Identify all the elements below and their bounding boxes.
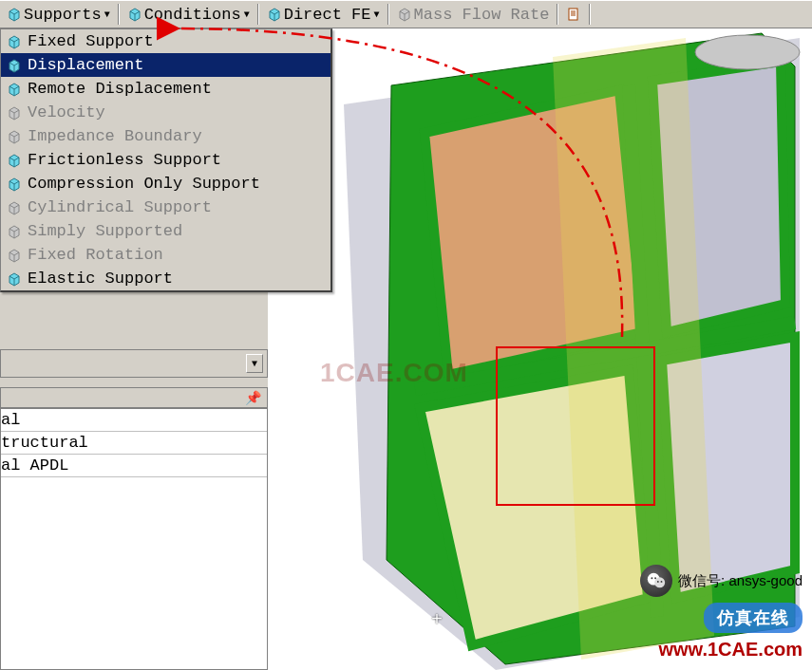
conditions-menu-button[interactable]: Conditions ▼ xyxy=(123,4,255,26)
menu-item-label: Fixed Support xyxy=(28,32,154,50)
site-url: www.1CAE.com xyxy=(658,639,803,661)
menu-item-label: Velocity xyxy=(28,103,105,121)
menu-item-label: Impedance Boundary xyxy=(28,127,202,145)
wechat-icon xyxy=(640,565,672,597)
supports-menu-button[interactable]: Supports ▼ xyxy=(2,4,115,26)
menu-item-label: Displacement xyxy=(28,56,143,74)
cube-icon xyxy=(7,224,22,239)
mass-flow-label: Mass Flow Rate xyxy=(414,6,550,24)
toolbar-separator xyxy=(589,4,591,25)
direct-fe-menu-button[interactable]: Direct FE ▼ xyxy=(262,4,385,26)
menu-item-cylindrical-support: Cylindrical Support xyxy=(1,195,330,219)
toolbar-separator xyxy=(557,4,558,25)
details-row[interactable]: al xyxy=(1,409,267,432)
menu-item-label: Cylindrical Support xyxy=(28,198,212,216)
svg-point-49 xyxy=(661,581,663,583)
toolbar-separator xyxy=(257,4,259,25)
menu-item-fixed-rotation: Fixed Rotation xyxy=(1,243,330,267)
menu-item-fixed-support[interactable]: Fixed Support xyxy=(1,29,330,53)
commands-button[interactable] xyxy=(561,5,586,24)
cube-icon xyxy=(397,7,412,22)
menu-item-displacement[interactable]: Displacement xyxy=(1,53,330,77)
cube-icon xyxy=(7,271,22,287)
pin-icon[interactable]: 📌 xyxy=(245,390,261,406)
svg-point-48 xyxy=(657,581,659,583)
cube-icon xyxy=(7,248,22,263)
details-row[interactable]: tructural xyxy=(1,432,267,455)
menu-item-label: Frictionless Support xyxy=(28,151,221,169)
combo-dropdown-button[interactable]: ▼ xyxy=(246,354,263,373)
document-icon xyxy=(566,7,581,22)
toolbar: Supports ▼ Conditions ▼ Direct FE ▼ Mass… xyxy=(0,0,812,28)
watermark-text: 1CAE.COM xyxy=(320,358,468,388)
details-row-text: al xyxy=(1,411,20,429)
toolbar-separator xyxy=(118,4,120,25)
cube-icon xyxy=(267,7,282,22)
cube-icon xyxy=(7,129,22,144)
attribution-badge: 微信号: ansys-good 仿真在线 www.1CAE.com xyxy=(640,565,803,661)
menu-item-simply-supported: Simply Supported xyxy=(1,219,330,243)
cube-icon xyxy=(7,7,22,22)
details-row-text: al APDL xyxy=(1,456,68,475)
menu-item-frictionless-support[interactable]: Frictionless Support xyxy=(1,148,330,172)
chevron-down-icon: ▼ xyxy=(244,9,250,20)
svg-point-46 xyxy=(651,577,653,579)
details-row-text: tructural xyxy=(1,434,88,452)
cube-icon xyxy=(7,34,22,49)
cursor-crosshair-icon: + xyxy=(431,609,443,631)
menu-item-impedance-boundary: Impedance Boundary xyxy=(1,124,330,148)
chevron-down-icon: ▼ xyxy=(374,9,380,20)
supports-label: Supports xyxy=(24,6,102,24)
toolbar-separator xyxy=(387,4,389,25)
cube-icon xyxy=(7,153,22,168)
menu-item-compression-only-support[interactable]: Compression Only Support xyxy=(1,172,330,195)
cube-icon xyxy=(7,105,22,121)
cube-icon xyxy=(127,7,142,22)
details-panel[interactable]: altructuralal APDL xyxy=(0,408,268,670)
cube-icon xyxy=(7,200,22,215)
selection-box xyxy=(496,346,655,506)
direct-fe-label: Direct FE xyxy=(284,6,371,24)
menu-item-elastic-support[interactable]: Elastic Support xyxy=(1,267,330,290)
cube-icon xyxy=(7,58,22,73)
menu-item-label: Simply Supported xyxy=(28,222,182,240)
menu-item-label: Remote Displacement xyxy=(28,80,212,98)
svg-point-20 xyxy=(695,35,800,69)
site-badge: 仿真在线 xyxy=(704,603,803,633)
wechat-label: 微信号: ansys-good xyxy=(678,572,803,590)
svg-point-45 xyxy=(654,577,665,587)
menu-item-label: Elastic Support xyxy=(28,270,173,288)
details-panel-header[interactable]: 📌 xyxy=(0,387,268,408)
menu-item-velocity: Velocity xyxy=(1,101,330,124)
menu-item-label: Compression Only Support xyxy=(28,175,260,193)
conditions-label: Conditions xyxy=(144,6,241,24)
svg-rect-8 xyxy=(569,9,577,20)
menu-item-remote-displacement[interactable]: Remote Displacement xyxy=(1,77,330,101)
properties-combo-panel: ▼ xyxy=(0,349,268,378)
menu-item-label: Fixed Rotation xyxy=(28,246,163,264)
mass-flow-rate-button: Mass Flow Rate xyxy=(392,4,555,26)
svg-point-47 xyxy=(654,577,656,579)
chevron-down-icon: ▼ xyxy=(104,9,110,20)
cube-icon xyxy=(7,82,22,97)
supports-dropdown-menu: Fixed SupportDisplacementRemote Displace… xyxy=(0,28,332,292)
cube-icon xyxy=(7,177,22,192)
details-row[interactable]: al APDL xyxy=(1,455,267,477)
